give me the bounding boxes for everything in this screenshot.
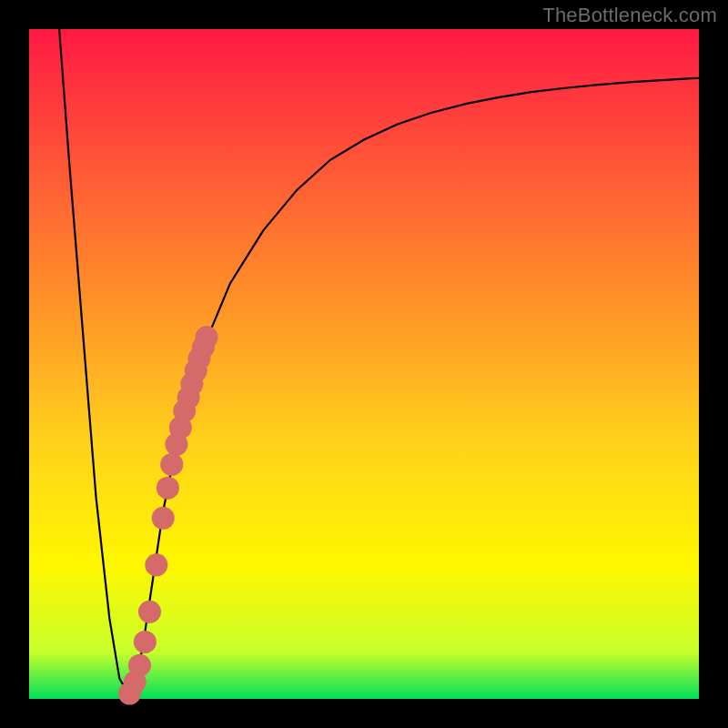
bottleneck-chart [0, 0, 728, 728]
curve-marker [128, 654, 151, 677]
curve-marker [152, 507, 175, 530]
curve-marker [160, 453, 183, 476]
plot-area [29, 29, 699, 699]
watermark-text: TheBottleneck.com [542, 4, 717, 27]
curve-marker [138, 601, 161, 623]
chart-stage: TheBottleneck.com [0, 0, 728, 728]
curve-marker [157, 477, 179, 500]
curve-marker [196, 326, 218, 349]
curve-marker [145, 553, 167, 576]
curve-marker [134, 631, 157, 653]
